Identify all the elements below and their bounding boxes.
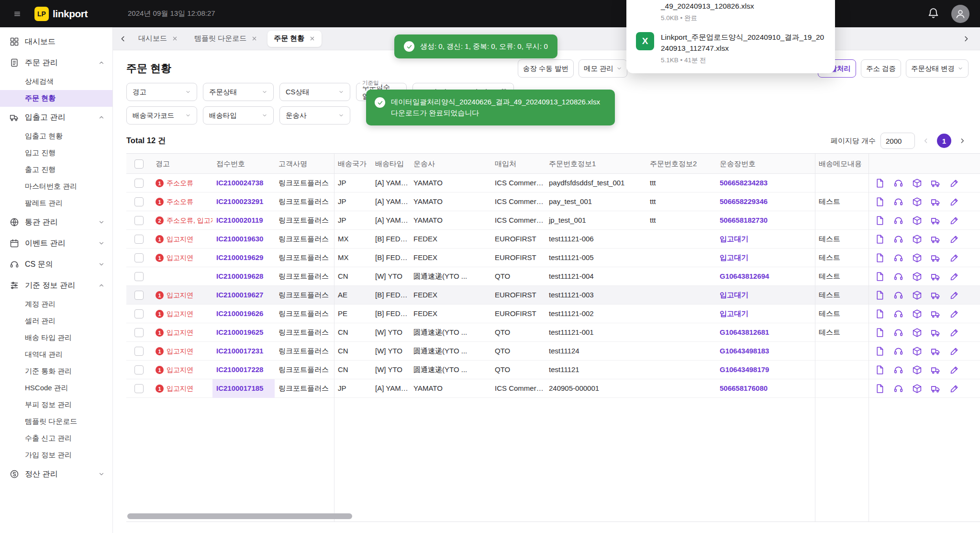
pencil-icon[interactable]: [949, 253, 959, 263]
download-item[interactable]: _49_20240913_120826.xlsx 5.0KB • 완료: [636, 1, 825, 23]
sidebar-item[interactable]: 주문 현황: [0, 90, 112, 107]
tabs-scroll-right-icon[interactable]: [959, 32, 973, 46]
box-icon[interactable]: [912, 178, 922, 189]
tracking-no-link[interactable]: 506658182730: [720, 216, 768, 224]
tracking-no-link[interactable]: 입고대기: [720, 253, 748, 261]
truck-icon[interactable]: [930, 290, 941, 301]
tracking-no-link[interactable]: 506658234283: [720, 179, 768, 187]
sidebar-item[interactable]: HSCode 관리: [0, 380, 112, 397]
tracking-no-link[interactable]: 506658176080: [720, 384, 768, 392]
pencil-icon[interactable]: [949, 328, 959, 338]
headset-icon[interactable]: [893, 328, 903, 338]
file-icon[interactable]: [874, 215, 885, 226]
box-icon[interactable]: [912, 272, 922, 282]
pencil-icon[interactable]: [949, 234, 959, 245]
file-icon[interactable]: [874, 328, 885, 338]
box-icon[interactable]: [912, 309, 922, 319]
row-checkbox[interactable]: [134, 253, 144, 262]
truck-icon[interactable]: [930, 272, 941, 282]
sidebar-item[interactable]: 가입 정보 관리: [0, 447, 112, 464]
sidebar-item[interactable]: 입출고 현황: [0, 128, 112, 145]
headset-icon[interactable]: [893, 346, 903, 357]
box-icon[interactable]: [912, 253, 922, 263]
tabs-scroll-left-icon[interactable]: [116, 32, 130, 46]
table-row[interactable]: 1 주소오류 IC2100024738 링크포트플러스 JP [A] YAMAT…: [126, 174, 980, 193]
tracking-no-link[interactable]: 506658229346: [720, 197, 768, 205]
tracking-no-link[interactable]: G10643498179: [720, 365, 769, 374]
sidebar-item[interactable]: 마스터번호 관리: [0, 178, 112, 195]
table-row[interactable]: 1 입고지연 IC2100019630 링크포트플러스 MX [B] FEDEX…: [126, 230, 980, 249]
headset-icon[interactable]: [893, 178, 903, 189]
box-icon[interactable]: [912, 290, 922, 301]
sidebar-item[interactable]: 대역대 관리: [0, 346, 112, 363]
sidebar-item[interactable]: 셀러 관리: [0, 313, 112, 329]
table-row[interactable]: 1 입고지연 IC2100019626 링크포트플러스 PE [B] FEDEX…: [126, 305, 980, 323]
receipt-no-link[interactable]: IC2100019626: [216, 309, 263, 318]
file-icon[interactable]: [874, 234, 885, 245]
sidebar-item[interactable]: 계정 관리: [0, 296, 112, 313]
box-icon[interactable]: [912, 328, 922, 338]
ship-type-filter-select[interactable]: 배송타입: [203, 106, 274, 125]
headset-icon[interactable]: [893, 384, 903, 394]
row-checkbox[interactable]: [134, 291, 144, 300]
linkport-logo[interactable]: LP linkport: [34, 7, 88, 21]
file-icon[interactable]: [874, 178, 885, 189]
row-checkbox[interactable]: [134, 197, 144, 206]
horizontal-scrollbar[interactable]: [127, 513, 352, 519]
receipt-no-link[interactable]: IC2100017228: [216, 365, 263, 374]
tracking-no-link[interactable]: 입고대기: [720, 235, 748, 243]
headset-icon[interactable]: [893, 309, 903, 319]
headset-icon[interactable]: [893, 253, 903, 263]
headset-icon[interactable]: [893, 290, 903, 301]
select-all-checkbox[interactable]: [134, 159, 144, 169]
box-icon[interactable]: [912, 346, 922, 357]
pencil-icon[interactable]: [949, 290, 959, 301]
tab-close-icon[interactable]: [172, 35, 178, 42]
sidebar-item[interactable]: 팔레트 관리: [0, 195, 112, 212]
receipt-no-link[interactable]: IC2100019625: [216, 328, 263, 336]
tracking-no-link[interactable]: 입고대기: [720, 291, 748, 299]
row-checkbox[interactable]: [134, 328, 144, 337]
headset-icon[interactable]: [893, 197, 903, 207]
receipt-no-link[interactable]: IC2100017231: [216, 347, 263, 355]
toolbar-button[interactable]: 주소 검증: [861, 59, 901, 78]
table-row[interactable]: 1 입고지연 IC2100019627 링크포트플러스 AE [B] FEDEX…: [126, 286, 980, 305]
truck-icon[interactable]: [930, 178, 941, 189]
toolbar-button[interactable]: 송장 수동 발번: [518, 59, 574, 78]
pencil-icon[interactable]: [949, 197, 959, 207]
truck-icon[interactable]: [930, 328, 941, 338]
tracking-no-link[interactable]: G10643812694: [720, 272, 769, 280]
tab[interactable]: 대시보드: [132, 31, 184, 47]
truck-icon[interactable]: [930, 365, 941, 375]
truck-icon[interactable]: [930, 384, 941, 394]
box-icon[interactable]: [912, 384, 922, 394]
table-row[interactable]: 1 입고지연 IC2100019625 링크포트플러스 CN [W] YTO 圆…: [126, 323, 980, 342]
receipt-no-link[interactable]: IC2100019629: [216, 253, 263, 261]
table-row[interactable]: 1 입고지연 IC2100017185 링크포트플러스 JP [A] YAMAT…: [126, 379, 980, 398]
notifications-bell-icon[interactable]: [926, 7, 940, 21]
order-status-filter-select[interactable]: 주문상태: [203, 83, 274, 101]
file-icon[interactable]: [874, 253, 885, 263]
truck-icon[interactable]: [930, 346, 941, 357]
truck-icon[interactable]: [930, 197, 941, 207]
pencil-icon[interactable]: [949, 309, 959, 319]
headset-icon[interactable]: [893, 215, 903, 226]
tab[interactable]: 주문 현황: [267, 31, 322, 47]
sidebar-item[interactable]: 템플릿 다운로드: [0, 413, 112, 430]
file-icon[interactable]: [874, 272, 885, 282]
tab-close-icon[interactable]: [309, 35, 315, 42]
headset-icon[interactable]: [893, 234, 903, 245]
file-icon[interactable]: [874, 290, 885, 301]
pencil-icon[interactable]: [949, 178, 959, 189]
sidebar-item[interactable]: 부피 정보 관리: [0, 397, 112, 413]
file-icon[interactable]: [874, 365, 885, 375]
per-page-input[interactable]: [880, 133, 915, 149]
pencil-icon[interactable]: [949, 215, 959, 226]
sidebar-item[interactable]: 기준 정보 관리: [0, 275, 112, 296]
receipt-no-link[interactable]: IC2100019627: [216, 291, 263, 299]
tab-close-icon[interactable]: [251, 35, 257, 42]
pencil-icon[interactable]: [949, 384, 959, 394]
table-row[interactable]: IC2100019628 링크포트플러스 CN [W] YTO 圆通速递(YTO…: [126, 267, 980, 286]
table-row[interactable]: 1 입고지연 IC2100017231 링크포트플러스 CN [W] YTO 圆…: [126, 342, 980, 361]
next-page-icon[interactable]: [956, 135, 969, 147]
